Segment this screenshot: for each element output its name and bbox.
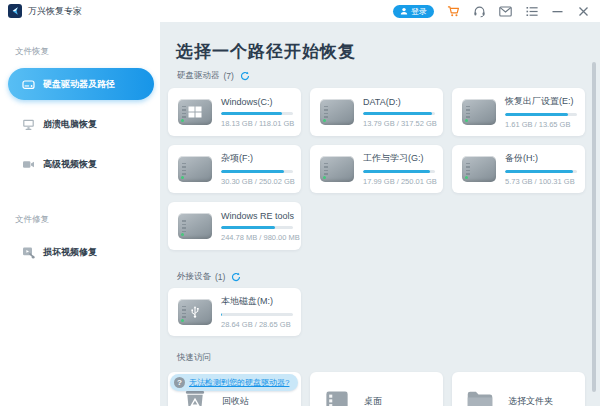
sidebar-section-file-recovery: 文件恢复 (15, 46, 160, 58)
external-devices-grid: 本地磁盘(M:) 28.64 GB / 28.65 GB (168, 288, 596, 336)
drive-name: 备份(H:) (505, 152, 577, 165)
refresh-icon[interactable] (231, 272, 241, 282)
drive-card-g[interactable]: 工作与学习(G:) 17.99 GB / 250.01 GB (310, 145, 443, 193)
usb-drive-icon (178, 299, 212, 325)
vertical-scrollbar[interactable] (592, 62, 596, 392)
drive-card-m[interactable]: 本地磁盘(M:) 28.64 GB / 28.65 GB (168, 288, 301, 336)
refresh-icon[interactable] (240, 71, 250, 81)
drive-card-f[interactable]: 杂项(F:) 30.30 GB / 250.02 GB (168, 145, 301, 193)
drive-size: 5.73 GB / 100.31 GB (505, 177, 577, 186)
drive-name: 恢复出厂设置(E:) (505, 95, 577, 108)
login-button[interactable]: 登录 (393, 5, 434, 18)
quick-access-select-folder[interactable]: 选择文件夹 (452, 372, 585, 406)
video-camera-icon (22, 158, 35, 171)
hdd-icon (462, 156, 496, 182)
drive-name: 工作与学习(G:) (363, 152, 437, 165)
monitor-icon (22, 118, 35, 131)
capacity-bar (221, 313, 293, 316)
capacity-bar (363, 112, 435, 115)
page-title: 选择一个路径开始恢复 (176, 40, 356, 63)
section-header-external-devices: 外接设备 (1) (177, 271, 241, 283)
capacity-bar (221, 226, 293, 229)
drive-size: 13.79 GB / 317.52 GB (363, 119, 437, 128)
capacity-bar (221, 112, 293, 115)
section-count: (7) (224, 71, 234, 81)
drive-card-windows-re[interactable]: Windows RE tools 244.78 MB / 980.00 MB (168, 202, 301, 250)
drive-size: 1.61 GB / 13.65 GB (505, 120, 577, 129)
sidebar-item-label: 硬盘驱动器及路径 (43, 78, 115, 91)
hdd-icon (178, 156, 212, 182)
section-header-quick-access: 快速访问 (177, 352, 211, 364)
sidebar-item-label: 高级视频恢复 (43, 158, 97, 171)
sidebar-item-corrupted-video-repair[interactable]: 损坏视频修复 (8, 236, 154, 268)
capacity-bar (505, 113, 577, 116)
drive-card-e[interactable]: 恢复出厂设置(E:) 1.61 GB / 13.65 GB (452, 88, 585, 136)
user-icon (400, 7, 408, 15)
quick-access-label: 桌面 (364, 395, 382, 406)
section-label: 快速访问 (177, 352, 211, 364)
hard-drive-icon (22, 78, 35, 91)
drive-name: Windows(C:) (221, 97, 294, 107)
drive-name: Windows RE tools (221, 211, 300, 221)
hdd-icon (320, 99, 354, 125)
sidebar-item-disk-and-path[interactable]: 硬盘驱动器及路径 (8, 68, 154, 100)
app-window: 万兴恢复专家 登录 (0, 0, 600, 406)
capacity-bar (363, 170, 435, 173)
sidebar-item-crashed-computer-recovery[interactable]: 崩溃电脑恢复 (8, 108, 154, 140)
mail-icon[interactable] (499, 5, 512, 18)
close-icon[interactable] (577, 5, 590, 18)
menu-icon[interactable] (525, 5, 538, 18)
sidebar-item-advanced-video-recovery[interactable]: 高级视频恢复 (8, 148, 154, 180)
drive-card-c[interactable]: Windows(C:) 18.13 GB / 118.01 GB (168, 88, 301, 136)
capacity-bar (221, 170, 293, 173)
app-title: 万兴恢复专家 (28, 5, 82, 18)
drive-size: 30.30 GB / 250.02 GB (221, 177, 295, 186)
sidebar-item-label: 损坏视频修复 (43, 246, 97, 259)
folder-icon (466, 389, 494, 406)
minimize-icon[interactable] (551, 5, 564, 18)
drive-not-detected-tooltip: ? 无法检测到您的硬盘驱动器? (170, 374, 298, 391)
drive-not-detected-link[interactable]: 无法检测到您的硬盘驱动器? (189, 377, 289, 388)
question-icon: ? (174, 377, 185, 388)
hdd-icon (320, 156, 354, 182)
drive-size: 244.78 MB / 980.00 MB (221, 233, 300, 242)
drive-card-d[interactable]: DATA(D:) 13.79 GB / 317.52 GB (310, 88, 443, 136)
drive-size: 18.13 GB / 118.01 GB (221, 119, 294, 128)
drive-size: 28.64 GB / 28.65 GB (221, 320, 293, 329)
titlebar-controls: 登录 (393, 5, 590, 18)
login-label: 登录 (411, 5, 427, 18)
quick-access-label: 回收站 (222, 395, 249, 406)
main-content: 选择一个路径开始恢复 硬盘驱动器 (7) Windows(C:) 18.13 G… (160, 22, 600, 406)
drive-name: 杂项(F:) (221, 152, 295, 165)
app-logo-icon (8, 4, 22, 18)
quick-access-desktop[interactable]: 桌面 (310, 372, 443, 406)
titlebar: 万兴恢复专家 登录 (0, 0, 600, 22)
section-header-hard-drives: 硬盘驱动器 (7) (177, 70, 250, 82)
drive-name: 本地磁盘(M:) (221, 295, 293, 308)
drive-name: DATA(D:) (363, 97, 437, 107)
cart-icon[interactable] (447, 5, 460, 18)
sidebar: 文件恢复 硬盘驱动器及路径 崩溃电脑恢复 高级视频恢复 文件修复 损坏视频修复 (0, 22, 160, 406)
windows-drive-icon (178, 99, 212, 125)
section-label: 外接设备 (177, 271, 211, 283)
section-count: (1) (215, 272, 225, 282)
support-icon[interactable] (473, 5, 486, 18)
video-repair-icon (22, 246, 35, 259)
quick-access-label: 选择文件夹 (508, 395, 553, 406)
hard-drives-grid: Windows(C:) 18.13 GB / 118.01 GB DATA(D:… (168, 88, 596, 250)
hdd-icon (178, 213, 212, 239)
section-label: 硬盘驱动器 (177, 70, 220, 82)
sidebar-item-label: 崩溃电脑恢复 (43, 118, 97, 131)
sidebar-section-file-repair: 文件修复 (15, 214, 160, 226)
desktop-icon (324, 388, 350, 406)
drive-card-h[interactable]: 备份(H:) 5.73 GB / 100.31 GB (452, 145, 585, 193)
capacity-bar (505, 170, 577, 173)
drive-size: 17.99 GB / 250.01 GB (363, 177, 437, 186)
hdd-icon (462, 99, 496, 125)
